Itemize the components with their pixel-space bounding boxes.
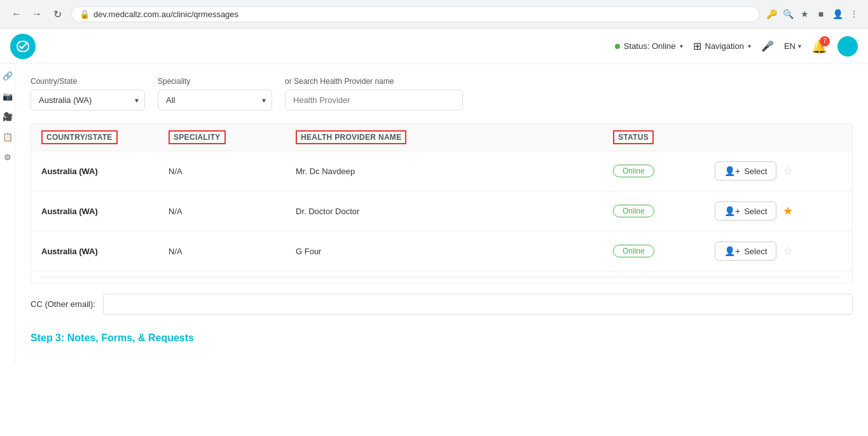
row2-provider-name: Dr. Doctor Doctor: [296, 207, 613, 216]
country-select[interactable]: Australia (WA): [31, 90, 145, 111]
settings-tool-icon[interactable]: ⚙: [1, 151, 14, 163]
camera-tool-icon[interactable]: 📷: [1, 90, 14, 102]
row2-person-icon: 👤+: [724, 206, 740, 216]
speciality-select-wrapper: All: [158, 90, 272, 111]
row3-person-icon: 👤+: [724, 246, 740, 256]
row1-status: Online: [613, 165, 715, 177]
step3-heading: Step 3: Notes, Forms, & Requests: [31, 325, 853, 351]
video-tool-icon[interactable]: 🎥: [1, 110, 14, 123]
row1-person-icon: 👤+: [724, 166, 740, 176]
row3-speciality: N/A: [169, 247, 296, 256]
row1-provider-name: Mr. Dc Navdeep: [296, 167, 613, 176]
main-content: Country/State Australia (WA) Speciality …: [15, 64, 868, 364]
url-text: dev.medcallz.com.au/clinic/qrmessages: [93, 10, 752, 19]
row3-status-badge: Online: [613, 245, 654, 257]
forward-button[interactable]: →: [28, 5, 46, 23]
profile-icon[interactable]: 👤: [831, 8, 844, 20]
row1-actions: 👤+ Select ☆: [715, 161, 842, 181]
row1-status-badge: Online: [613, 165, 654, 177]
status-dot: [615, 44, 620, 49]
link-tool-icon[interactable]: 🔗: [1, 69, 14, 82]
search-label: or Search Health Provider name: [285, 77, 463, 86]
row3-provider-name: G Four: [296, 247, 613, 256]
country-header-box: Country/State: [41, 130, 118, 144]
row2-status-badge: Online: [613, 205, 654, 217]
scroll-hint-row: [31, 271, 852, 283]
speciality-select[interactable]: All: [158, 90, 272, 111]
status-chevron: ▾: [680, 43, 683, 50]
mic-icon[interactable]: 🎤: [761, 40, 774, 52]
provider-header-box: Health Provider Name: [296, 130, 406, 144]
th-provider: Health Provider Name: [296, 130, 613, 144]
row1-country: Australia (WA): [41, 167, 169, 176]
key-icon: 🔑: [765, 8, 778, 20]
providers-table: Country/State Speciality Health Provider…: [31, 123, 853, 283]
lang-chevron: ▾: [798, 43, 801, 50]
row2-status: Online: [613, 205, 715, 217]
navigation-label: Navigation: [705, 41, 744, 51]
address-bar[interactable]: 🔒 dev.medcallz.com.au/clinic/qrmessages: [71, 6, 760, 22]
reload-button[interactable]: ↻: [48, 5, 66, 23]
row1-select-button[interactable]: 👤+ Select: [715, 161, 776, 181]
bookmark-icon[interactable]: ★: [798, 8, 811, 20]
row3-favorite-icon[interactable]: ☆: [783, 244, 793, 258]
back-button[interactable]: ←: [8, 5, 25, 23]
app-logo: [10, 34, 36, 59]
row2-favorite-icon[interactable]: ★: [783, 204, 793, 218]
country-filter-group: Country/State Australia (WA): [31, 77, 145, 111]
table-header: Country/State Speciality Health Provider…: [31, 124, 852, 151]
table-row: Australia (WA) N/A Mr. Dc Navdeep Online…: [31, 151, 852, 191]
speciality-filter-group: Speciality All: [158, 77, 272, 111]
cc-label: CC (Other email):: [31, 299, 95, 309]
row2-country: Australia (WA): [41, 207, 169, 216]
speciality-header-box: Speciality: [169, 130, 226, 144]
row3-actions: 👤+ Select ☆: [715, 242, 842, 261]
filters-section: Country/State Australia (WA) Speciality …: [31, 77, 853, 111]
clipboard-tool-icon[interactable]: 📋: [1, 130, 14, 143]
navigation-menu[interactable]: ⊞ Navigation ▾: [693, 40, 751, 52]
row1-speciality: N/A: [169, 167, 296, 176]
cc-input[interactable]: [103, 294, 853, 315]
row2-select-button[interactable]: 👤+ Select: [715, 201, 776, 221]
row3-status: Online: [613, 245, 715, 257]
table-row: Australia (WA) N/A Dr. Doctor Doctor Onl…: [31, 191, 852, 231]
extension-icon[interactable]: ■: [815, 8, 827, 20]
th-action: [715, 130, 842, 144]
grid-icon: ⊞: [693, 40, 701, 52]
status-indicator[interactable]: Status: Online ▾: [615, 41, 683, 51]
user-avatar[interactable]: [837, 36, 858, 57]
browser-chrome: ← → ↻ 🔒 dev.medcallz.com.au/clinic/qrmes…: [0, 0, 868, 29]
nav-chevron: ▾: [748, 43, 751, 50]
row3-country: Australia (WA): [41, 247, 169, 256]
zoom-icon[interactable]: 🔍: [782, 8, 794, 20]
row3-select-button[interactable]: 👤+ Select: [715, 242, 776, 261]
status-header-box: Status: [613, 130, 654, 144]
search-filter-group: or Search Health Provider name: [285, 77, 463, 111]
row1-favorite-icon[interactable]: ☆: [783, 164, 793, 178]
country-label: Country/State: [31, 77, 145, 86]
cc-section: CC (Other email):: [31, 283, 853, 325]
row2-speciality: N/A: [169, 207, 296, 216]
speciality-label: Speciality: [158, 77, 272, 86]
th-country: Country/State: [41, 130, 169, 144]
search-input[interactable]: [285, 90, 463, 111]
language-text: EN: [784, 41, 796, 51]
row2-actions: 👤+ Select ★: [715, 201, 842, 221]
notification-badge: 7: [820, 36, 830, 46]
th-speciality: Speciality: [169, 130, 296, 144]
country-select-wrapper: Australia (WA): [31, 90, 145, 111]
app-header: Status: Online ▾ ⊞ Navigation ▾ 🎤 EN ▾ 🔔…: [0, 29, 868, 64]
th-status: Status: [613, 130, 715, 144]
notification-button[interactable]: 🔔 7: [811, 39, 827, 54]
more-icon[interactable]: ⋮: [848, 8, 860, 20]
language-selector[interactable]: EN ▾: [784, 41, 801, 51]
sidebar-tools: 🔗 📷 🎥 📋 ⚙: [0, 64, 15, 364]
status-text: Status: Online: [624, 41, 676, 51]
table-row: Australia (WA) N/A G Four Online 👤+ Sele…: [31, 231, 852, 271]
